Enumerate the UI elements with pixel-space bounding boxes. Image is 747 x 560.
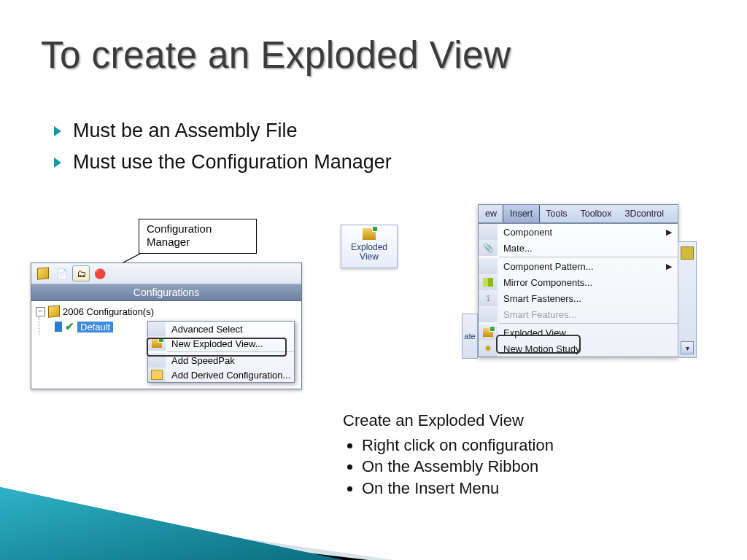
menu-item-label: Smart Features... <box>498 309 678 320</box>
menu-item-label: Mate... <box>498 243 678 254</box>
menu-item-label: Component <box>498 227 666 238</box>
dimxpert-tab-icon[interactable]: 🔴 <box>91 265 109 281</box>
scroll-down-icon[interactable]: ▾ <box>681 341 694 354</box>
instruction-item: On the Assembly Ribbon <box>362 456 554 478</box>
menubar-item-insert[interactable]: Insert <box>503 204 540 223</box>
menubar-item-partial[interactable]: ew <box>479 205 503 222</box>
context-menu-label: New Exploded View... <box>166 338 294 349</box>
menubar-item-3dcontrol[interactable]: 3Dcontrol <box>619 205 671 222</box>
check-icon: ✔ <box>65 320 74 333</box>
context-menu-label: Advanced Select <box>166 324 294 335</box>
menu-item-new-motion-study[interactable]: ✸ New Motion Study <box>479 341 678 357</box>
property-manager-tab-icon[interactable]: 📄 <box>53 265 71 281</box>
menu-item-label: Mirror Components... <box>498 277 678 288</box>
context-menu: Advanced Select New Exploded View... Add… <box>147 321 295 383</box>
menu-item-mate[interactable]: 📎 Mate... <box>479 240 678 256</box>
menu-item-component-pattern[interactable]: Component Pattern... ▶ <box>479 258 678 274</box>
bullet-text: Must be an Assembly File <box>73 120 298 142</box>
instructions-block: Create an Exploded View Right click on c… <box>343 410 554 499</box>
menu-separator <box>499 257 678 257</box>
svg-marker-3 <box>0 487 343 560</box>
menubar-item-toolbox[interactable]: Toolbox <box>573 205 618 222</box>
menu-item-smart-fasteners[interactable]: ⟟ Smart Fasteners... <box>479 290 678 306</box>
panel-header: Configurations <box>31 284 301 301</box>
panel-toolbar: 📄 🗂 🔴 <box>31 263 301 284</box>
instruction-item: Right click on configuration <box>362 435 554 456</box>
bullet-row: Must use the Configuration Manager <box>54 151 392 174</box>
submenu-arrow-icon: ▶ <box>666 228 678 237</box>
tree-child-label: Default <box>77 322 113 332</box>
screenshot-insert-menu: ew Insert Tools Toolbox 3Dcontrol Pho Co… <box>478 204 678 357</box>
menu-separator <box>499 323 678 324</box>
ribbon-exploded-view-button[interactable]: Exploded View <box>341 225 398 268</box>
window-edge-strip-left: ate <box>462 314 478 359</box>
context-menu-label: Add Derived Configuration... <box>166 370 294 381</box>
menu-item-exploded-view[interactable]: Exploded View... <box>479 324 678 341</box>
collapse-icon[interactable]: − <box>36 307 45 316</box>
slide-decoration <box>0 458 394 560</box>
bullet-row: Must be an Assembly File <box>54 120 392 142</box>
screenshot-config-manager: Configuration Manager 📄 🗂 🔴 Configuratio… <box>31 219 301 388</box>
instruction-item: On the Insert Menu <box>362 478 554 499</box>
menu-item-smart-features: Smart Features... <box>479 306 678 322</box>
context-menu-item[interactable]: Add SpeedPak <box>148 353 294 368</box>
callout-text: Configuration Manager <box>147 222 212 248</box>
mate-icon: 📎 <box>483 243 494 253</box>
context-menu-item-new-exploded-view[interactable]: New Exploded View... <box>148 336 294 351</box>
window-edge-strip: ▾ <box>678 241 697 358</box>
feature-manager-tab-icon[interactable] <box>34 265 52 281</box>
configuration-manager-tab-icon[interactable]: 🗂 <box>72 265 90 281</box>
context-menu-item[interactable]: Advanced Select <box>148 322 294 336</box>
svg-marker-1 <box>0 503 394 560</box>
derived-config-icon <box>151 370 163 380</box>
main-bullets: Must be an Assembly File Must use the Co… <box>54 120 392 182</box>
svg-marker-2 <box>0 516 368 560</box>
callout-label: Configuration Manager <box>139 219 257 254</box>
cube-icon <box>48 305 60 318</box>
slide-title: To create an Exploded View <box>41 34 511 77</box>
svg-marker-4 <box>0 487 343 560</box>
toolbar-icon[interactable] <box>681 246 694 260</box>
mirror-icon <box>483 278 493 287</box>
context-menu-item[interactable]: Add Derived Configuration... <box>148 368 294 382</box>
submenu-arrow-icon: ▶ <box>666 262 678 271</box>
exploded-view-icon <box>483 328 493 337</box>
menubar: ew Insert Tools Toolbox 3Dcontrol Pho <box>478 204 678 223</box>
fastener-icon: ⟟ <box>487 293 489 303</box>
instructions-heading: Create an Exploded View <box>343 410 554 432</box>
tree-root-row[interactable]: − 2006 Configuration(s) <box>34 304 301 319</box>
bullet-marker-icon <box>54 126 61 136</box>
menu-item-label: Component Pattern... <box>498 261 666 272</box>
menu-item-component[interactable]: Component ▶ <box>479 224 678 240</box>
menu-item-mirror-components[interactable]: Mirror Components... <box>479 274 678 290</box>
bullet-marker-icon <box>54 158 61 168</box>
menu-item-label: New Motion Study <box>498 343 678 354</box>
flag-icon <box>55 322 62 332</box>
tree-root-label: 2006 Configuration(s) <box>63 306 154 317</box>
menu-item-label: Smart Fasteners... <box>498 293 678 304</box>
ribbon-button-label: Exploded View <box>341 243 397 262</box>
bullet-text: Must use the Configuration Manager <box>73 151 392 174</box>
insert-dropdown: Component ▶ 📎 Mate... Component Pattern.… <box>478 223 678 357</box>
menu-item-label: Exploded View... <box>498 327 678 338</box>
menu-separator <box>167 351 294 352</box>
exploded-view-icon <box>363 228 376 240</box>
exploded-view-icon <box>152 339 162 348</box>
menubar-item-tools[interactable]: Tools <box>539 205 573 222</box>
motion-study-icon: ✸ <box>484 343 492 354</box>
context-menu-label: Add SpeedPak <box>166 355 294 366</box>
menubar-item-partial[interactable]: Pho <box>670 205 678 222</box>
